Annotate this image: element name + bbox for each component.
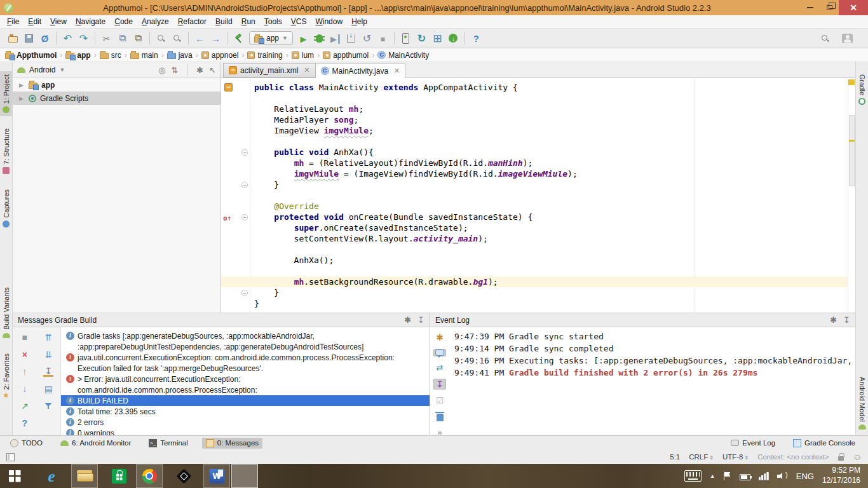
- run-button[interactable]: [295, 30, 311, 46]
- show-balloons-icon[interactable]: [433, 349, 446, 356]
- language-indicator[interactable]: ENG: [796, 471, 814, 481]
- locate-file-icon[interactable]: ◎: [158, 65, 165, 75]
- debug-button[interactable]: [311, 30, 327, 46]
- message-row[interactable]: > Error: java.util.concurrent.ExecutionE…: [61, 374, 430, 384]
- gear-icon[interactable]: [404, 315, 411, 325]
- scroll-to-end-icon[interactable]: ↧: [43, 367, 53, 377]
- breadcrumb-item-lum[interactable]: lum: [292, 51, 314, 60]
- menu-help[interactable]: Help: [347, 16, 372, 27]
- restart-button[interactable]: [359, 30, 375, 46]
- taskbar-item-store[interactable]: [105, 464, 132, 488]
- message-row[interactable]: com.android.ide.common.process.ProcessEx…: [61, 384, 430, 395]
- build-button[interactable]: [231, 30, 247, 46]
- previous-message-icon[interactable]: ↑: [20, 367, 30, 377]
- hide-panel-icon[interactable]: ↖: [209, 65, 216, 75]
- menu-window[interactable]: Window: [311, 16, 347, 27]
- close-icon[interactable]: ✕: [394, 67, 400, 75]
- avd-button[interactable]: [398, 30, 414, 46]
- message-row[interactable]: java.util.concurrent.ExecutionException:…: [61, 352, 430, 363]
- undo-button[interactable]: [60, 30, 76, 46]
- open-button[interactable]: [5, 30, 21, 46]
- message-row[interactable]: BUILD FAILED: [61, 395, 430, 406]
- event-log-entry[interactable]: 9:49:41 PM Gradle build finished with 2 …: [454, 367, 855, 379]
- message-row[interactable]: 0 warnings: [61, 428, 430, 435]
- cut-button[interactable]: [98, 30, 114, 46]
- message-row[interactable]: 2 errors: [61, 417, 430, 428]
- hidden-icons-icon[interactable]: [710, 473, 715, 479]
- event-log-entry[interactable]: 9:49:14 PM Gradle sync completed: [454, 342, 855, 355]
- restore-button[interactable]: [820, 0, 839, 15]
- attach-button[interactable]: [343, 30, 359, 46]
- toolwindow-button-gradle-console[interactable]: Gradle Console: [789, 438, 859, 449]
- menu-refactor[interactable]: Refactor: [173, 16, 211, 27]
- message-row[interactable]: Total time: 23.395 secs: [61, 406, 430, 417]
- tree-item-app[interactable]: ▶app: [13, 78, 220, 92]
- go-to-layout-icon[interactable]: [224, 83, 233, 92]
- editor-scrollbar[interactable]: [848, 78, 855, 313]
- toolwindow-button-terminal[interactable]: Terminal: [145, 438, 191, 449]
- sdk-button[interactable]: [445, 30, 461, 46]
- next-message-icon[interactable]: ↓: [20, 384, 30, 394]
- stripe-item-captures[interactable]: Captures: [0, 186, 12, 231]
- save-button[interactable]: [21, 30, 37, 46]
- taskbar-item-ie[interactable]: [38, 464, 65, 488]
- tab-activity_main-xml[interactable]: activity_main.xml✕: [223, 63, 316, 78]
- scroll-to-end-icon[interactable]: ↧: [433, 379, 446, 390]
- stripe-item-gradle[interactable]: Gradle: [856, 71, 868, 108]
- line-ending-selector[interactable]: CRLF⇕: [689, 453, 714, 461]
- encoding-selector[interactable]: UTF-8⇕: [722, 453, 749, 461]
- coverage-button[interactable]: [327, 30, 343, 46]
- breadcrumb-item-mainactivity[interactable]: MainActivity: [377, 51, 429, 60]
- stripe-item-2-favorites[interactable]: 2: Favorites: [0, 350, 12, 402]
- fold-end-icon[interactable]: −: [241, 182, 248, 188]
- back-button[interactable]: [192, 30, 208, 46]
- message-row[interactable]: :app:prepareDebugUnitTestDependencies, :…: [61, 341, 430, 352]
- taskbar-item-word[interactable]: [203, 464, 230, 488]
- breadcrumb-item-main[interactable]: main: [130, 51, 158, 60]
- menu-vcs[interactable]: VCS: [287, 16, 311, 27]
- breadcrumb-item-appthumoi[interactable]: Appthumoi: [5, 51, 57, 60]
- project-structure-button[interactable]: [430, 30, 445, 46]
- volume-icon[interactable]: ): [777, 471, 788, 480]
- gear-icon[interactable]: [196, 65, 203, 75]
- replace-button[interactable]: [169, 30, 185, 46]
- breadcrumb-item-src[interactable]: src: [100, 51, 121, 60]
- event-log-entry[interactable]: 9:47:39 PM Gradle sync started: [454, 330, 855, 342]
- menu-tools[interactable]: Tools: [260, 16, 287, 27]
- breadcrumb-item-training[interactable]: training: [247, 51, 282, 60]
- forward-button[interactable]: [208, 30, 224, 46]
- close-icon[interactable]: ✕: [304, 66, 309, 74]
- toggle-toolwindows-icon[interactable]: [6, 453, 15, 461]
- menu-analyze[interactable]: Analyze: [137, 16, 173, 27]
- stripe-item-1-project[interactable]: 1: Project: [0, 71, 12, 116]
- menu-navigate[interactable]: Navigate: [71, 16, 110, 27]
- menu-view[interactable]: View: [46, 16, 71, 27]
- copy-button[interactable]: [114, 30, 130, 46]
- minimize-button[interactable]: [801, 0, 820, 15]
- tree-item-gradle-scripts[interactable]: ▶Gradle Scripts: [13, 92, 220, 105]
- caret-position[interactable]: 5:1: [670, 453, 680, 461]
- export-icon[interactable]: ↗: [20, 401, 30, 411]
- gradle-sync-button[interactable]: [414, 30, 430, 46]
- collapse-all-icon[interactable]: ⇊: [43, 349, 53, 360]
- event-log-entry[interactable]: 9:49:16 PM Executing tasks: [:app:genera…: [454, 355, 855, 367]
- toolwindow-button-todo[interactable]: TODO: [6, 438, 46, 449]
- breadcrumb-item-app[interactable]: app: [65, 51, 90, 60]
- breadcrumb-item-appthumoi[interactable]: appthumoi: [323, 51, 369, 60]
- menu-edit[interactable]: Edit: [24, 16, 46, 27]
- scrollbar-thumb[interactable]: [849, 115, 855, 186]
- inspection-status-icon[interactable]: [848, 79, 855, 85]
- hector-icon[interactable]: [853, 452, 862, 462]
- toggle-console-icon[interactable]: ▤: [43, 384, 53, 394]
- menu-run[interactable]: Run: [237, 16, 260, 27]
- battery-icon[interactable]: [740, 474, 750, 480]
- taskbar-item-android-studio[interactable]: [231, 464, 258, 488]
- fold-icon[interactable]: −: [241, 214, 248, 220]
- start-button[interactable]: [0, 464, 29, 488]
- hide-panel-icon[interactable]: [843, 315, 850, 325]
- settings-icon[interactable]: ✱: [433, 332, 446, 342]
- taskbar-item-unity[interactable]: [170, 464, 197, 488]
- run-config-selector[interactable]: app▼: [249, 31, 293, 45]
- help-icon[interactable]: ?: [20, 418, 30, 428]
- tab-MainActivity-java[interactable]: MainActivity.java✕: [315, 64, 406, 78]
